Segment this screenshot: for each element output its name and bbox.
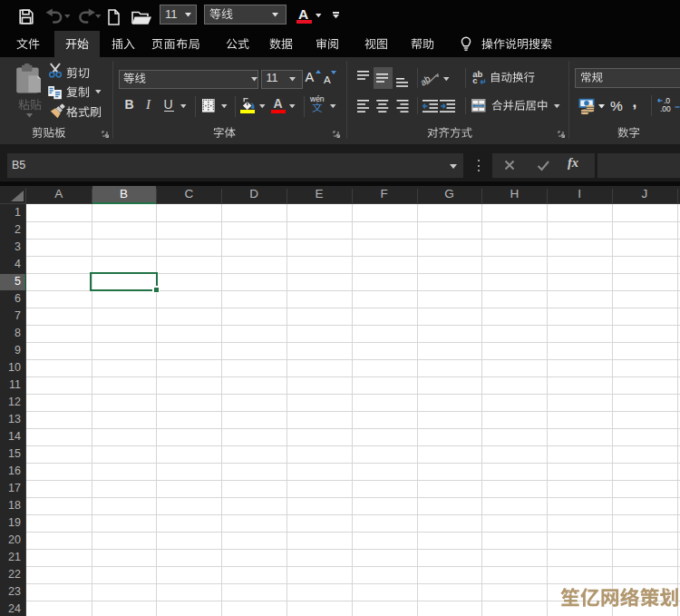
svg-text:.00: .00 (660, 104, 671, 113)
